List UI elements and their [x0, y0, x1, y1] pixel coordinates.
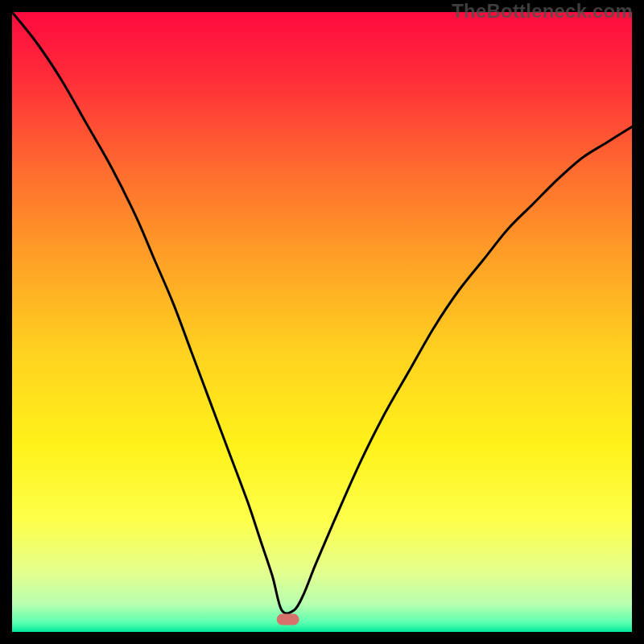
chart-canvas [12, 12, 632, 632]
optimal-marker [277, 614, 299, 625]
plot-area [12, 12, 632, 632]
watermark-text: TheBottleneck.com [452, 0, 633, 23]
gradient-background [12, 12, 632, 632]
chart-stage: TheBottleneck.com [0, 0, 644, 644]
